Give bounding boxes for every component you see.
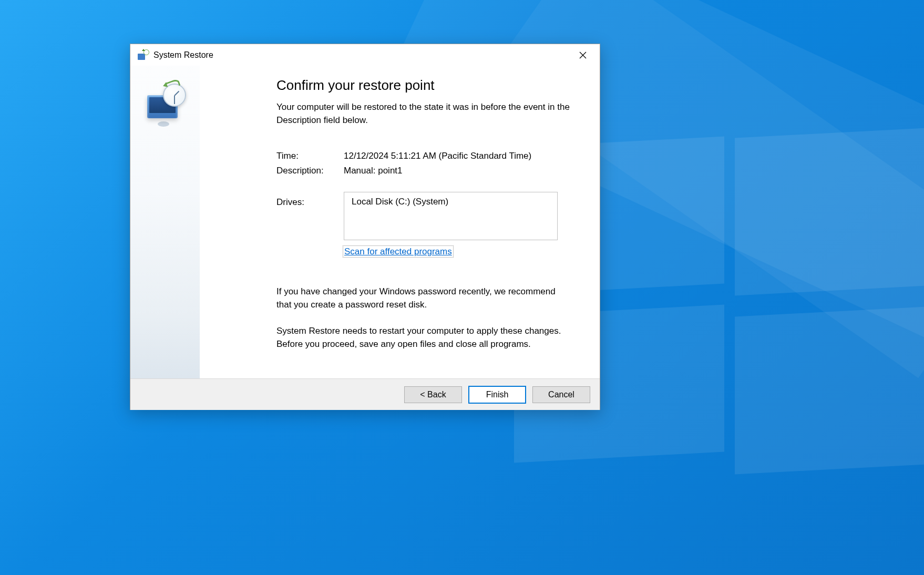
- close-button[interactable]: [568, 45, 598, 65]
- password-note: If you have changed your Windows passwor…: [276, 285, 572, 311]
- close-icon: [579, 52, 587, 59]
- finish-button[interactable]: Finish: [468, 386, 526, 404]
- restart-note: System Restore needs to restart your com…: [276, 325, 572, 351]
- description-label: Description:: [276, 166, 344, 176]
- page-description: Your computer will be restored to the st…: [276, 101, 572, 127]
- description-value: Manual: point1: [344, 166, 403, 176]
- scan-affected-programs-link[interactable]: Scan for affected programs: [344, 247, 453, 256]
- cancel-button[interactable]: Cancel: [532, 386, 590, 403]
- titlebar[interactable]: System Restore: [130, 44, 600, 66]
- window-title: System Restore: [153, 50, 213, 60]
- system-restore-dialog: System Restore Confirm your restore poin…: [130, 44, 600, 410]
- drives-list[interactable]: Local Disk (C:) (System): [344, 192, 558, 240]
- system-restore-icon: [138, 50, 148, 60]
- page-heading: Confirm your restore point: [276, 77, 572, 94]
- time-value: 12/12/2024 5:11:21 AM (Pacific Standard …: [344, 151, 531, 161]
- time-label: Time:: [276, 151, 344, 161]
- wizard-button-bar: < Back Finish Cancel: [130, 378, 600, 410]
- drives-label: Drives:: [276, 192, 344, 240]
- wizard-sidebar: [130, 66, 200, 378]
- wizard-content: Confirm your restore point Your computer…: [200, 66, 600, 378]
- drive-item: Local Disk (C:) (System): [352, 197, 448, 207]
- back-button[interactable]: < Back: [404, 386, 462, 403]
- system-restore-hero-icon: [143, 83, 187, 124]
